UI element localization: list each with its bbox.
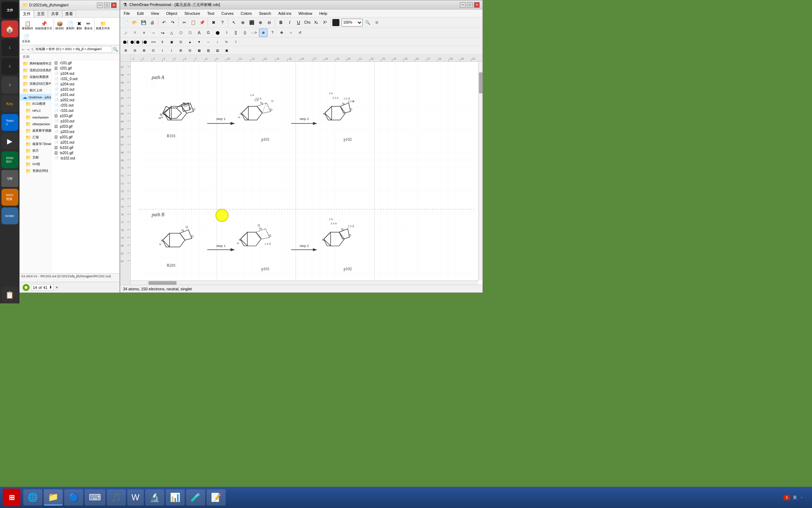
tree-item-onedrive[interactable]: ☁ OneDrive - jufx1 — [20, 94, 51, 101]
btn-ring5[interactable]: ⬠ — [177, 29, 185, 37]
sidebar-icon-1[interactable]: 文件 — [1, 2, 18, 19]
minimize-button[interactable]: ─ — [97, 2, 103, 8]
btn-cut[interactable]: ✂ — [180, 18, 189, 27]
btn-bond-triple[interactable]: ≡ — [140, 29, 148, 37]
btn-symbol[interactable]: Ω — [204, 29, 213, 37]
btn-bold[interactable]: B — [277, 18, 285, 27]
btn-struct6[interactable]: ⟨ — [167, 46, 176, 55]
btn-flip-v[interactable]: ↕ — [213, 38, 222, 46]
btn-struct3[interactable]: ⊠ — [140, 46, 148, 55]
back-button[interactable]: ← — [21, 47, 25, 52]
tree-item-qianfang[interactable]: 📁 前方 — [20, 147, 51, 154]
btn-save[interactable]: 💾 — [139, 18, 148, 27]
sidebar-bottom[interactable]: 📋 — [1, 286, 18, 303]
file-r101-out[interactable]: 📄 r101.out — [51, 108, 119, 113]
btn-align-center[interactable]: ⬤│⬤ — [131, 38, 139, 46]
zoom-dropdown[interactable]: 100% 50% 75% 150% 200% — [342, 19, 363, 26]
taskbar-app10[interactable]: 📝 — [207, 489, 226, 506]
sidebar-icon-4[interactable]: 3 — [1, 77, 18, 93]
btn-undo[interactable]: ↶ — [160, 18, 168, 27]
btn-atom[interactable]: ⬤ — [213, 29, 222, 37]
btn-bracket[interactable]: [] — [232, 29, 240, 37]
file-p103-gif[interactable]: 🖼 p103.gif — [51, 113, 119, 119]
btn-struct5[interactable]: ⟩ — [158, 46, 167, 55]
menu-object[interactable]: Object — [164, 11, 179, 16]
taskbar-file-explorer[interactable]: 📁 — [44, 489, 63, 506]
btn-orb[interactable]: ○ — [287, 29, 295, 37]
file-ts102-out[interactable]: 📄 ts102.out — [51, 156, 119, 161]
tree-item-hplc[interactable]: 📁 HPLC — [20, 107, 51, 114]
file-p104-out[interactable]: 📄 p104.out — [51, 71, 119, 76]
btn-ungroup[interactable]: ⊡ — [177, 38, 185, 46]
taskbar-chrome[interactable]: 🔵 — [64, 489, 83, 506]
tree-item-gv[interactable]: 📁 GV组 — [20, 161, 51, 168]
btn-delete[interactable]: ✖ — [209, 18, 218, 27]
btn-superscript[interactable]: X² — [321, 18, 329, 27]
tree-item-huibao[interactable]: 📁 汇报 — [20, 134, 51, 141]
btn-select-arrow[interactable]: ↖ — [230, 18, 238, 27]
btn-dist-h[interactable]: ⟺ — [149, 38, 158, 46]
btn-struct12[interactable]: ▣ — [222, 46, 231, 55]
file-p203-out[interactable]: 📄 p203.out — [51, 129, 119, 134]
file-r101-0-out[interactable]: 📄 r101_0.out — [51, 76, 119, 81]
menu-file[interactable]: File — [122, 11, 132, 16]
file-p102-out[interactable]: 📄 p102.out — [51, 87, 119, 92]
file-p203-gif[interactable]: 🖼 p203.gif — [51, 124, 119, 129]
menu-search[interactable]: Search — [257, 11, 273, 16]
file-p101-out[interactable]: 📄 p101.out — [51, 92, 119, 97]
tree-item-1[interactable]: 📁 两种海纳同年总结 — [20, 60, 51, 67]
btn-zoom-fit[interactable]: 🔍 — [363, 18, 372, 27]
btn-help-q[interactable]: ? — [218, 18, 227, 27]
btn-arrow-straight[interactable]: → — [149, 29, 158, 37]
sidebar-icon-3[interactable]: 2 — [1, 58, 18, 75]
btn-new[interactable]: 📄 — [122, 18, 130, 27]
btn-copy[interactable]: 📋 — [189, 18, 197, 27]
file-r201-out[interactable]: 📄 r201.out — [51, 103, 119, 108]
btn-paste-shortcut[interactable]: 📌 粘贴快捷方式 — [35, 20, 53, 31]
sidebar-video[interactable]: ▶ — [1, 133, 18, 150]
tab-home[interactable]: 主页 — [34, 10, 48, 17]
address-bar[interactable]: 此电脑 > 软件 (D:) > 2021 > sfq_jli > zhongji… — [34, 46, 112, 53]
file-p201-gif[interactable]: 🖼 p201.gif — [51, 134, 119, 140]
btn-struct10[interactable]: ▥ — [204, 46, 213, 55]
btn-bring-front[interactable]: ▲ — [186, 38, 194, 46]
btn-rotate90[interactable]: ↻ — [222, 38, 231, 46]
btn-new-folder[interactable]: 📁 新建文件夹 — [95, 20, 111, 31]
btn-zoom-actual[interactable]: ⊙ — [373, 18, 381, 27]
btn-bond-single[interactable]: ⟋ — [122, 29, 130, 37]
btn-lasso[interactable]: ⊕ — [239, 18, 247, 27]
btn-struct4[interactable]: ⊡ — [149, 46, 158, 55]
canvas-wrapper[interactable]: path A path B N — [131, 62, 482, 285]
file-ts102-gif[interactable]: 🖼 ts102.gif — [51, 145, 119, 150]
sidebar-render[interactable]: render — [1, 207, 18, 224]
nav-arrow[interactable]: ▼ — [55, 286, 59, 289]
btn-new-file[interactable]: 📄 文夹夹 — [21, 33, 31, 44]
tree-item-videos[interactable]: 📁 超算教学视频教程 — [20, 127, 51, 134]
btn-rotate[interactable]: ↺ — [296, 29, 304, 37]
forward-button[interactable]: → — [26, 47, 30, 52]
btn-rename[interactable]: ✏ 重命名 — [84, 20, 93, 31]
btn-underline[interactable]: U — [294, 18, 303, 27]
btn-struct9[interactable]: ▦ — [195, 46, 203, 55]
menu-help[interactable]: Help — [317, 11, 330, 16]
sidebar-keybord[interactable]: Key — [1, 95, 18, 112]
btn-struct1[interactable]: ⊞ — [122, 46, 130, 55]
btn-delete[interactable]: ✖ 删除 — [76, 20, 83, 31]
tree-item-mechanism[interactable]: 📁 mechanism — [20, 114, 51, 121]
btn-erase[interactable]: ⬛ — [247, 18, 256, 27]
chemdraw-minimize[interactable]: ─ — [460, 2, 466, 8]
menu-structure[interactable]: Structure — [182, 11, 202, 16]
menu-window[interactable]: Window — [296, 11, 314, 16]
tree-item-5[interactable]: 📁 相片上传 — [20, 87, 51, 94]
close-button[interactable]: ✕ — [111, 2, 117, 8]
tree-item-study[interactable]: 📁 核算学习brain — [20, 141, 51, 147]
tab-view[interactable]: 查看 — [62, 10, 76, 17]
btn-align-right[interactable]: ├⬤ — [140, 38, 148, 46]
btn-move[interactable]: ✥ — [277, 29, 286, 37]
menu-curves[interactable]: Curves — [219, 11, 236, 16]
menu-edit[interactable]: Edit — [135, 11, 146, 16]
chemdraw-maximize[interactable]: □ — [467, 2, 473, 8]
taskbar-app8[interactable]: 📊 — [166, 489, 185, 506]
sidebar-icon-2[interactable]: 1 — [1, 39, 18, 56]
tree-item-ziyuan[interactable]: 📁 资源合同结 — [20, 168, 51, 174]
